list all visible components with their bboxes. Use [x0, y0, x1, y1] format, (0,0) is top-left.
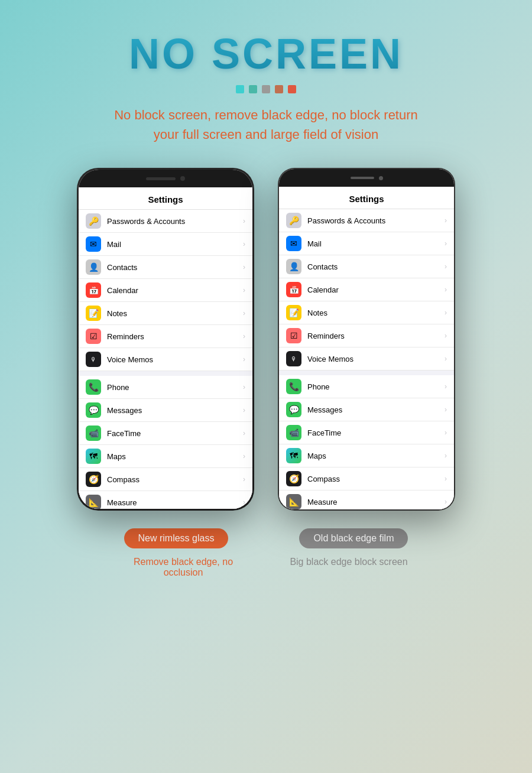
list-item: 📝 Notes › — [79, 302, 252, 325]
label-voicememos-2: Voice Memos — [307, 355, 439, 363]
chevron-2: › — [445, 355, 447, 363]
label-messages: Messages — [107, 406, 237, 415]
dot-3 — [262, 85, 270, 93]
list-item: 📞 Phone › — [79, 376, 252, 399]
chevron-mail: › — [243, 240, 245, 248]
phone-2-top-bar — [279, 169, 454, 187]
list-item: 🧭 Compass › — [79, 468, 252, 491]
list-item: 📐 Measure › — [279, 491, 454, 509]
label-maps-2: Maps — [307, 452, 439, 460]
chevron-maps: › — [243, 452, 245, 460]
phone-1-settings: Settings 🔑 Passwords & Accounts › ✉ Mail… — [79, 187, 252, 509]
label-mail-2: Mail — [307, 239, 439, 248]
chevron-2: › — [445, 285, 447, 294]
label-reminders: Reminders — [107, 332, 237, 341]
dot-2 — [249, 85, 257, 93]
label-maps: Maps — [107, 452, 237, 461]
chevron-measure: › — [243, 498, 245, 506]
chevron-passwords: › — [243, 217, 245, 225]
label-compass: Compass — [107, 475, 237, 484]
chevron-phone: › — [243, 383, 245, 391]
bottom-descriptions: Remove black edge, no occlusion Big blac… — [0, 557, 532, 578]
icon-calendar: 📅 — [86, 282, 101, 298]
icon-messages-2: 💬 — [286, 402, 301, 417]
chevron-compass: › — [243, 475, 245, 483]
list-item: 🗺 Maps › — [79, 445, 252, 468]
icon-compass-2: 🧭 — [286, 471, 301, 486]
chevron-calendar: › — [243, 286, 245, 294]
new-label-badge: New rimless glass — [124, 528, 229, 548]
chevron-2: › — [445, 382, 447, 391]
icon-phone: 📞 — [86, 379, 101, 395]
chevron-2: › — [445, 428, 447, 437]
icon-phone-2: 📞 — [286, 379, 301, 394]
icon-contacts: 👤 — [86, 259, 101, 275]
icon-facetime: 📹 — [86, 426, 101, 441]
icon-voicememos-2: 🎙 — [286, 351, 301, 366]
main-title: NO SCREEN — [0, 0, 532, 78]
label-passwords-2: Passwords & Accounts — [307, 216, 439, 225]
label-notes: Notes — [107, 309, 237, 318]
chevron-facetime: › — [243, 429, 245, 437]
chevron-2: › — [445, 262, 447, 271]
chevron-2: › — [445, 216, 447, 225]
phone-2: Settings 🔑 Passwords & Accounts › ✉ Mail… — [278, 168, 455, 511]
phone-2-camera — [379, 176, 383, 180]
icon-mail: ✉ — [86, 236, 101, 252]
phone-2-speaker — [351, 177, 374, 179]
section-gap-2 — [279, 371, 454, 375]
list-item: 📅 Calendar › — [79, 279, 252, 302]
list-item: 👤 Contacts › — [79, 256, 252, 279]
list-item: 📅 Calendar › — [279, 278, 454, 301]
label-facetime-2: FaceTime — [307, 428, 439, 437]
phones-container: Settings 🔑 Passwords & Accounts › ✉ Mail… — [0, 168, 532, 511]
chevron-2: › — [445, 239, 447, 248]
icon-messages: 💬 — [86, 402, 101, 418]
list-item: 🔑 Passwords & Accounts › — [79, 210, 252, 233]
chevron-2: › — [445, 475, 447, 483]
list-item: 🎙 Voice Memos › — [79, 348, 252, 371]
phone-1-wrapper: Settings 🔑 Passwords & Accounts › ✉ Mail… — [77, 168, 254, 511]
icon-contacts-2: 👤 — [286, 259, 301, 274]
label-contacts-2: Contacts — [307, 262, 439, 271]
icon-measure: 📐 — [86, 495, 101, 509]
list-item: 📹 FaceTime › — [279, 421, 454, 444]
label-phone-2: Phone — [307, 382, 439, 391]
icon-measure-2: 📐 — [286, 494, 301, 509]
old-label-badge: Old black edge film — [299, 528, 408, 548]
chevron-2: › — [445, 308, 447, 317]
icon-voicememos: 🎙 — [86, 352, 101, 367]
label-messages-2: Messages — [307, 405, 439, 414]
icon-calendar-2: 📅 — [286, 282, 301, 297]
icon-notes: 📝 — [86, 306, 101, 321]
icon-passwords-2: 🔑 — [286, 213, 301, 228]
label-voicememos: Voice Memos — [107, 355, 237, 364]
phone-2-settings-list: 🔑 Passwords & Accounts › ✉ Mail › 👤 Cont… — [279, 209, 454, 509]
icon-maps: 🗺 — [86, 449, 101, 464]
new-description: Remove black edge, no occlusion — [118, 557, 248, 578]
label-calendar: Calendar — [107, 286, 237, 295]
chevron-contacts: › — [243, 263, 245, 271]
chevron-2: › — [445, 405, 447, 414]
list-item: 📐 Measure › — [79, 491, 252, 509]
label-measure: Measure — [107, 498, 237, 507]
chevron-2: › — [445, 452, 447, 460]
phone-1-settings-list: 🔑 Passwords & Accounts › ✉ Mail › 👤 Cont… — [79, 210, 252, 509]
bottom-labels: New rimless glass Old black edge film — [0, 528, 532, 548]
subtitle-line1: No block screen, remove black edge, no b… — [114, 108, 418, 122]
phone-2-wrapper: Settings 🔑 Passwords & Accounts › ✉ Mail… — [278, 168, 455, 511]
label-passwords: Passwords & Accounts — [107, 217, 237, 226]
list-item: 📞 Phone › — [279, 375, 454, 398]
chevron-messages: › — [243, 406, 245, 414]
label-contacts: Contacts — [107, 263, 237, 272]
color-dots-row — [0, 85, 532, 93]
phone-1-speaker — [146, 177, 176, 180]
icon-passwords: 🔑 — [86, 213, 101, 229]
list-item: 📹 FaceTime › — [79, 422, 252, 445]
list-item: ✉ Mail › — [79, 233, 252, 256]
subtitle: No block screen, remove black edge, no b… — [0, 105, 532, 144]
section-gap — [79, 371, 252, 376]
phone-1: Settings 🔑 Passwords & Accounts › ✉ Mail… — [77, 168, 254, 511]
label-mail: Mail — [107, 240, 237, 249]
label-notes-2: Notes — [307, 308, 439, 317]
